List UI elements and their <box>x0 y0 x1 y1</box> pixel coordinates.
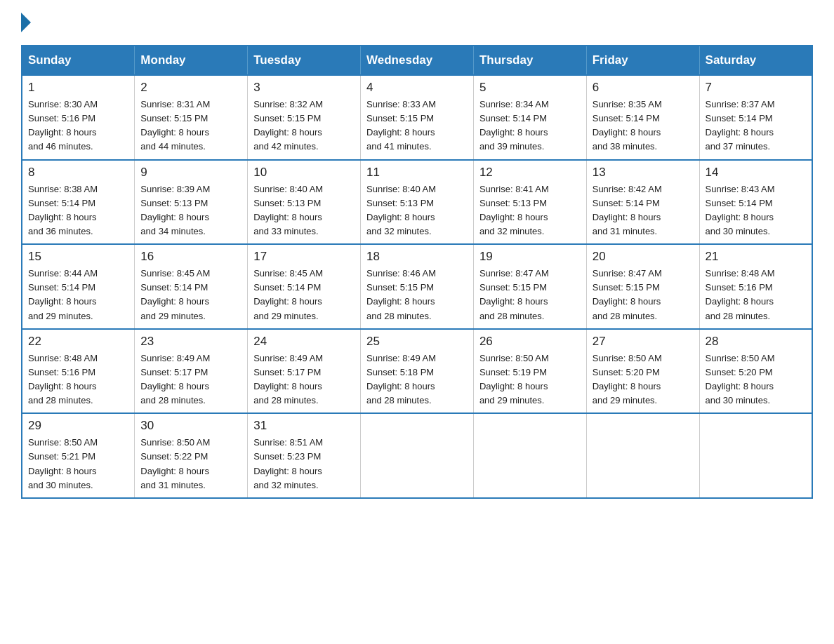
day-info: Sunrise: 8:32 AMSunset: 5:15 PMDaylight:… <box>253 98 355 154</box>
day-number: 16 <box>140 250 241 264</box>
calendar-table: SundayMondayTuesdayWednesdayThursdayFrid… <box>21 45 813 499</box>
day-info: Sunrise: 8:40 AMSunset: 5:13 PMDaylight:… <box>253 182 355 239</box>
day-number: 30 <box>140 419 241 433</box>
weekday-header-sunday: Sunday <box>22 46 135 75</box>
day-info: Sunrise: 8:47 AMSunset: 5:15 PMDaylight:… <box>479 267 581 323</box>
day-number: 19 <box>479 250 581 264</box>
calendar-cell: 10Sunrise: 8:40 AMSunset: 5:13 PMDayligh… <box>248 160 361 245</box>
calendar-cell: 20Sunrise: 8:47 AMSunset: 5:15 PMDayligh… <box>586 244 699 329</box>
calendar-cell: 17Sunrise: 8:45 AMSunset: 5:14 PMDayligh… <box>248 244 361 329</box>
day-info: Sunrise: 8:49 AMSunset: 5:17 PMDaylight:… <box>253 351 355 408</box>
calendar-cell <box>699 413 812 498</box>
day-info: Sunrise: 8:50 AMSunset: 5:21 PMDaylight:… <box>28 436 128 492</box>
calendar-cell: 1Sunrise: 8:30 AMSunset: 5:16 PMDaylight… <box>22 75 135 160</box>
calendar-cell <box>361 413 474 498</box>
calendar-cell: 30Sunrise: 8:50 AMSunset: 5:22 PMDayligh… <box>135 413 248 498</box>
day-info: Sunrise: 8:34 AMSunset: 5:14 PMDaylight:… <box>479 98 581 154</box>
day-info: Sunrise: 8:50 AMSunset: 5:20 PMDaylight:… <box>593 351 694 408</box>
calendar-cell: 23Sunrise: 8:49 AMSunset: 5:17 PMDayligh… <box>135 329 248 414</box>
day-info: Sunrise: 8:47 AMSunset: 5:15 PMDaylight:… <box>593 267 694 323</box>
day-number: 13 <box>593 166 694 180</box>
day-number: 29 <box>28 419 128 433</box>
day-number: 9 <box>140 166 241 180</box>
weekday-header-tuesday: Tuesday <box>248 46 361 75</box>
day-info: Sunrise: 8:31 AMSunset: 5:15 PMDaylight:… <box>140 98 241 154</box>
day-info: Sunrise: 8:45 AMSunset: 5:14 PMDaylight:… <box>140 267 241 323</box>
calendar-cell: 2Sunrise: 8:31 AMSunset: 5:15 PMDaylight… <box>135 75 248 160</box>
day-info: Sunrise: 8:35 AMSunset: 5:14 PMDaylight:… <box>593 98 694 154</box>
day-info: Sunrise: 8:48 AMSunset: 5:16 PMDaylight:… <box>706 267 806 323</box>
weekday-header-thursday: Thursday <box>473 46 586 75</box>
day-info: Sunrise: 8:45 AMSunset: 5:14 PMDaylight:… <box>253 267 355 323</box>
calendar-cell: 18Sunrise: 8:46 AMSunset: 5:15 PMDayligh… <box>361 244 474 329</box>
logo-triangle-icon <box>21 13 31 32</box>
day-number: 23 <box>140 335 241 349</box>
day-info: Sunrise: 8:44 AMSunset: 5:14 PMDaylight:… <box>28 267 128 323</box>
calendar-week-row: 29Sunrise: 8:50 AMSunset: 5:21 PMDayligh… <box>22 413 812 498</box>
day-number: 21 <box>706 250 806 264</box>
day-number: 20 <box>593 250 694 264</box>
day-number: 22 <box>28 335 128 349</box>
day-info: Sunrise: 8:38 AMSunset: 5:14 PMDaylight:… <box>28 182 128 239</box>
calendar-cell: 13Sunrise: 8:42 AMSunset: 5:14 PMDayligh… <box>586 160 699 245</box>
day-info: Sunrise: 8:30 AMSunset: 5:16 PMDaylight:… <box>28 98 128 154</box>
day-number: 12 <box>479 166 581 180</box>
day-info: Sunrise: 8:42 AMSunset: 5:14 PMDaylight:… <box>593 182 694 239</box>
weekday-header-row: SundayMondayTuesdayWednesdayThursdayFrid… <box>22 46 812 75</box>
day-info: Sunrise: 8:39 AMSunset: 5:13 PMDaylight:… <box>140 182 241 239</box>
day-info: Sunrise: 8:51 AMSunset: 5:23 PMDaylight:… <box>253 436 355 492</box>
weekday-header-wednesday: Wednesday <box>361 46 474 75</box>
day-number: 25 <box>366 335 468 349</box>
day-number: 26 <box>479 335 581 349</box>
day-info: Sunrise: 8:43 AMSunset: 5:14 PMDaylight:… <box>706 182 806 239</box>
day-number: 17 <box>253 250 355 264</box>
day-number: 7 <box>706 81 806 95</box>
day-info: Sunrise: 8:50 AMSunset: 5:20 PMDaylight:… <box>706 351 806 408</box>
calendar-cell: 31Sunrise: 8:51 AMSunset: 5:23 PMDayligh… <box>248 413 361 498</box>
day-number: 2 <box>140 81 241 95</box>
day-number: 4 <box>366 81 468 95</box>
day-number: 24 <box>253 335 355 349</box>
calendar-week-row: 22Sunrise: 8:48 AMSunset: 5:16 PMDayligh… <box>22 329 812 414</box>
day-number: 6 <box>593 81 694 95</box>
day-number: 27 <box>593 335 694 349</box>
calendar-cell: 26Sunrise: 8:50 AMSunset: 5:19 PMDayligh… <box>473 329 586 414</box>
day-info: Sunrise: 8:50 AMSunset: 5:22 PMDaylight:… <box>140 436 241 492</box>
logo-blue-row <box>21 15 33 32</box>
calendar-cell: 29Sunrise: 8:50 AMSunset: 5:21 PMDayligh… <box>22 413 135 498</box>
day-number: 14 <box>706 166 806 180</box>
calendar-cell: 14Sunrise: 8:43 AMSunset: 5:14 PMDayligh… <box>699 160 812 245</box>
day-info: Sunrise: 8:49 AMSunset: 5:18 PMDaylight:… <box>366 351 468 408</box>
day-number: 11 <box>366 166 468 180</box>
day-number: 5 <box>479 81 581 95</box>
calendar-cell <box>586 413 699 498</box>
day-number: 28 <box>706 335 806 349</box>
calendar-cell: 3Sunrise: 8:32 AMSunset: 5:15 PMDaylight… <box>248 75 361 160</box>
calendar-cell: 22Sunrise: 8:48 AMSunset: 5:16 PMDayligh… <box>22 329 135 414</box>
day-number: 1 <box>28 81 128 95</box>
day-number: 31 <box>253 419 355 433</box>
calendar-cell: 6Sunrise: 8:35 AMSunset: 5:14 PMDaylight… <box>586 75 699 160</box>
calendar-cell: 24Sunrise: 8:49 AMSunset: 5:17 PMDayligh… <box>248 329 361 414</box>
day-number: 18 <box>366 250 468 264</box>
calendar-cell: 4Sunrise: 8:33 AMSunset: 5:15 PMDaylight… <box>361 75 474 160</box>
calendar-cell: 11Sunrise: 8:40 AMSunset: 5:13 PMDayligh… <box>361 160 474 245</box>
logo <box>21 14 33 32</box>
calendar-cell <box>473 413 586 498</box>
calendar-cell: 15Sunrise: 8:44 AMSunset: 5:14 PMDayligh… <box>22 244 135 329</box>
calendar-cell: 9Sunrise: 8:39 AMSunset: 5:13 PMDaylight… <box>135 160 248 245</box>
day-number: 10 <box>253 166 355 180</box>
day-info: Sunrise: 8:46 AMSunset: 5:15 PMDaylight:… <box>366 267 468 323</box>
day-info: Sunrise: 8:50 AMSunset: 5:19 PMDaylight:… <box>479 351 581 408</box>
header <box>21 14 813 32</box>
day-number: 8 <box>28 166 128 180</box>
calendar-cell: 16Sunrise: 8:45 AMSunset: 5:14 PMDayligh… <box>135 244 248 329</box>
calendar-week-row: 1Sunrise: 8:30 AMSunset: 5:16 PMDaylight… <box>22 75 812 160</box>
weekday-header-saturday: Saturday <box>699 46 812 75</box>
day-number: 15 <box>28 250 128 264</box>
calendar-week-row: 15Sunrise: 8:44 AMSunset: 5:14 PMDayligh… <box>22 244 812 329</box>
calendar-cell: 28Sunrise: 8:50 AMSunset: 5:20 PMDayligh… <box>699 329 812 414</box>
weekday-header-monday: Monday <box>135 46 248 75</box>
weekday-header-friday: Friday <box>586 46 699 75</box>
calendar-cell: 21Sunrise: 8:48 AMSunset: 5:16 PMDayligh… <box>699 244 812 329</box>
